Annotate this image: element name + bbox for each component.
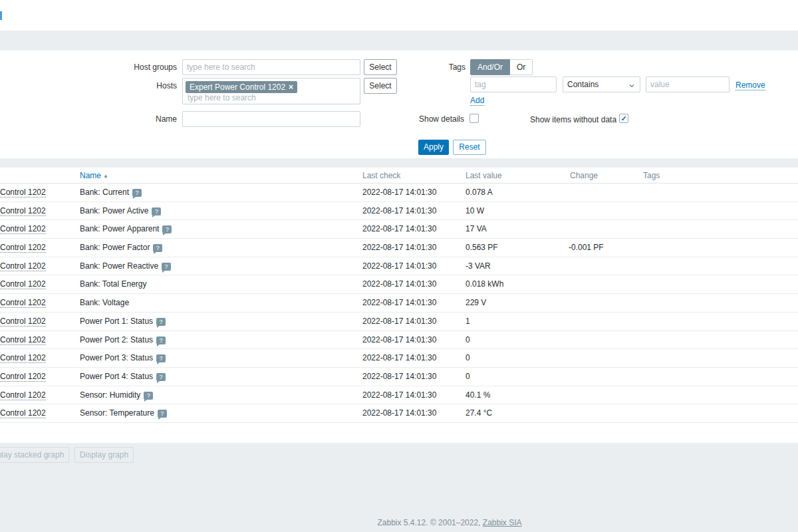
item-name: Bank: Current <box>80 188 129 197</box>
host-link[interactable]: Control 1202 <box>0 279 46 289</box>
filter-tab-band <box>0 31 798 51</box>
host-link[interactable]: Control 1202 <box>0 353 46 363</box>
reset-button[interactable]: Reset <box>453 140 486 155</box>
tag-condition-select[interactable]: Contains <box>563 76 640 92</box>
host-chip-label: Expert Power Control 1202 <box>190 82 285 92</box>
host-cell: Control 1202 <box>0 313 46 331</box>
hosts-search-placeholder[interactable]: type here to search <box>188 93 256 102</box>
item-name-cell: Bank: Power Apparent? <box>80 220 172 238</box>
item-name-cell: Power Port 4: Status? <box>80 368 166 386</box>
hosts-multiselect[interactable]: Expert Power Control 1202× type here to … <box>182 78 360 104</box>
table-row: Control 1202 Bank: Power Reactive? 2022-… <box>0 257 798 276</box>
host-cell: Control 1202 <box>0 275 46 293</box>
help-icon[interactable]: ? <box>156 336 166 344</box>
item-name-cell: Power Port 3: Status? <box>80 349 166 367</box>
host-link[interactable]: Control 1202 <box>0 335 46 345</box>
show-items-checkbox[interactable] <box>619 114 628 123</box>
last-check-cell: 2022-08-17 14:01:30 <box>362 184 436 201</box>
host-cell: Control 1202 <box>0 184 46 201</box>
help-icon[interactable]: ? <box>132 189 142 197</box>
help-icon[interactable]: ? <box>156 318 166 326</box>
last-value-cell: 0 <box>466 331 470 349</box>
item-name: Sensor: Humidity <box>80 390 140 400</box>
item-name: Bank: Total Energy <box>80 279 147 289</box>
column-header-name[interactable]: Name▲ <box>80 168 108 184</box>
last-value-cell: 0.078 A <box>466 184 493 201</box>
help-icon[interactable]: ? <box>158 410 167 418</box>
tag-operator-and-or[interactable]: And/Or <box>470 59 510 75</box>
item-name-cell: Bank: Power Reactive? <box>80 257 171 275</box>
help-icon[interactable]: ? <box>153 244 162 252</box>
last-value-cell: 17 VA <box>466 220 487 238</box>
item-name: Power Port 2: Status <box>80 335 153 344</box>
last-check-cell: 2022-08-17 14:01:30 <box>362 313 436 331</box>
help-icon[interactable]: ? <box>156 354 166 362</box>
tag-operator-segmented: And/Or Or <box>470 59 533 75</box>
last-value-cell: 0 <box>466 349 470 367</box>
host-link[interactable]: Control 1202 <box>0 408 46 418</box>
last-value-cell: 27.4 °C <box>466 404 492 422</box>
table-row: Control 1202 Power Port 4: Status? 2022-… <box>0 368 798 386</box>
show-details-checkbox[interactable] <box>469 114 479 123</box>
host-link[interactable]: Control 1202 <box>0 261 46 271</box>
last-check-cell: 2022-08-17 14:01:30 <box>362 331 436 349</box>
last-check-cell: 2022-08-17 14:01:30 <box>362 404 436 422</box>
table-row: Control 1202 Bank: Voltage 2022-08-17 14… <box>0 294 798 313</box>
host-cell: Control 1202 <box>0 404 46 422</box>
latest-data-page: Host groups Select Hosts Expert Power Co… <box>0 0 798 532</box>
tags-label: Tags <box>386 63 466 71</box>
help-icon[interactable]: ? <box>152 207 161 215</box>
table-row: Control 1202 Bank: Power Factor? 2022-08… <box>0 239 798 257</box>
column-header-name-label: Name <box>80 171 101 180</box>
host-link[interactable]: Control 1202 <box>0 188 46 198</box>
item-name: Power Port 1: Status <box>80 317 153 326</box>
name-label: Name <box>97 115 177 123</box>
host-link[interactable]: Control 1202 <box>0 390 46 400</box>
host-link[interactable]: Control 1202 <box>0 224 46 234</box>
host-link[interactable]: Control 1202 <box>0 372 46 382</box>
last-value-cell: 1 <box>466 313 470 331</box>
host-link[interactable]: Control 1202 <box>0 206 46 216</box>
host-cell: Control 1202 <box>0 239 46 257</box>
host-groups-input[interactable] <box>182 59 360 75</box>
name-input[interactable] <box>182 111 360 127</box>
chip-remove-icon[interactable]: × <box>289 82 293 92</box>
help-icon[interactable]: ? <box>156 373 166 381</box>
zabbix-sia-link[interactable]: Zabbix SIA <box>483 518 522 527</box>
item-name-cell: Power Port 1: Status? <box>80 313 166 331</box>
item-name-cell: Sensor: Humidity? <box>80 386 153 404</box>
display-stacked-graph-button[interactable]: play stacked graph <box>0 447 69 463</box>
chevron-down-icon <box>629 83 634 88</box>
table-row: Control 1202 Bank: Power Active? 2022-08… <box>0 202 798 221</box>
host-link[interactable]: Control 1202 <box>0 298 46 308</box>
tag-condition-value: Contains <box>567 80 598 89</box>
add-tag-link[interactable]: Add <box>470 96 484 106</box>
item-name: Sensor: Temperature <box>80 408 154 418</box>
display-graph-button[interactable]: Display graph <box>74 447 134 463</box>
item-name-cell: Bank: Power Active? <box>80 202 161 220</box>
remove-tag-link[interactable]: Remove <box>735 80 765 90</box>
table-row: Control 1202 Sensor: Temperature? 2022-0… <box>0 404 798 423</box>
host-cell: Control 1202 <box>0 220 46 238</box>
tag-name-input[interactable] <box>470 76 557 92</box>
apply-button[interactable]: Apply <box>418 140 449 155</box>
last-value-cell: 40.1 % <box>466 386 490 404</box>
last-check-cell: 2022-08-17 14:01:30 <box>362 220 436 238</box>
tag-value-input[interactable] <box>646 76 730 92</box>
item-name: Bank: Voltage <box>80 298 129 307</box>
item-name: Bank: Power Active <box>80 206 148 215</box>
tag-operator-or[interactable]: Or <box>510 59 533 75</box>
hosts-select-button[interactable]: Select <box>364 78 397 94</box>
help-icon[interactable]: ? <box>162 225 172 233</box>
host-chip[interactable]: Expert Power Control 1202× <box>186 81 297 93</box>
hosts-label: Hosts <box>97 82 177 90</box>
host-link[interactable]: Control 1202 <box>0 243 46 253</box>
help-icon[interactable]: ? <box>144 392 153 400</box>
column-header-tags: Tags <box>643 168 660 184</box>
last-value-cell: 10 W <box>466 202 484 220</box>
help-icon[interactable]: ? <box>162 263 171 271</box>
last-value-cell: 0.563 PF <box>466 239 498 257</box>
host-cell: Control 1202 <box>0 349 46 367</box>
host-link[interactable]: Control 1202 <box>0 317 46 327</box>
host-groups-label: Host groups <box>97 63 177 71</box>
